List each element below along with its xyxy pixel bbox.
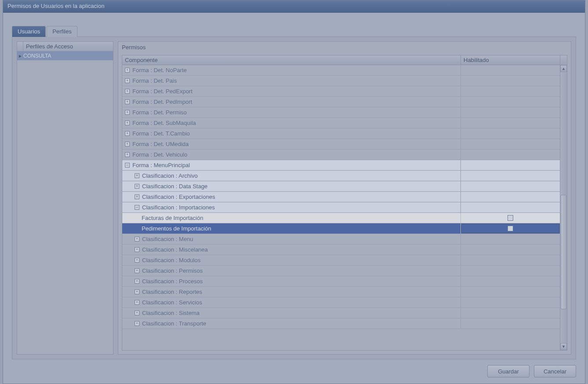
permissions-tree: +Forma : Det. NoParte +Forma : Det. Pais… xyxy=(122,65,560,350)
tree-row[interactable]: +Clasificacion : Miscelanea xyxy=(122,245,560,255)
permissions-columns: Componente Habilitado xyxy=(122,55,567,65)
tree-row[interactable]: +Clasificacion : Modulos xyxy=(122,255,560,266)
scroll-thumb[interactable] xyxy=(561,195,566,309)
tree-label: Clasificacion : Procesos xyxy=(142,278,203,285)
expand-icon[interactable]: + xyxy=(135,268,139,273)
row-indicator-icon: ▸ xyxy=(17,53,23,59)
expand-icon[interactable]: + xyxy=(125,121,130,125)
tree-row[interactable]: +Forma : Det. Vehiculo xyxy=(122,150,560,160)
tree-row[interactable]: +Clasificacion : Sistema xyxy=(122,308,560,318)
tree-row[interactable]: +Forma : Det. Permiso xyxy=(122,107,560,118)
checkbox-habilitado[interactable] xyxy=(508,215,513,221)
tree-row[interactable]: +Clasificacion : Procesos xyxy=(122,276,560,287)
tree-label: Forma : Det. SubMaquila xyxy=(132,120,196,126)
tree-row[interactable]: +Clasificacion : Exportaciones xyxy=(122,192,560,202)
tree-label: Clasificacion : Exportaciones xyxy=(142,194,215,200)
tree-label: Facturas de Importación xyxy=(142,215,203,221)
tree-row[interactable]: +Clasificacion : Transporte xyxy=(122,318,560,329)
profiles-grid: Perfiles de Acceso ▸ CONSULTA xyxy=(17,41,113,355)
tree-label: Forma : Det. T.Cambio xyxy=(132,130,190,137)
tab-perfiles[interactable]: Perfiles xyxy=(47,26,77,37)
dialog-buttons: Guardar Cancelar xyxy=(487,365,576,377)
tree-label: Forma : Det. Vehiculo xyxy=(132,151,187,158)
tree-label: Clasificacion : Permisos xyxy=(142,267,203,274)
tree-label: Clasificacion : Transporte xyxy=(142,320,206,327)
tree-label: Forma : Det. PedExport xyxy=(132,88,193,95)
tree-leaf-row-selected[interactable]: Pedimentos de Importación xyxy=(122,223,560,234)
permissions-title: Permisos xyxy=(118,42,571,54)
scroll-down-icon[interactable]: ▼ xyxy=(560,343,567,350)
tree-label: Clasificacion : Archivo xyxy=(142,172,197,179)
expand-icon[interactable]: + xyxy=(135,289,139,294)
tree-label: Clasificacion : Servicios xyxy=(142,299,202,306)
permissions-grid: Componente Habilitado +Forma : Det. NoPa… xyxy=(122,55,567,351)
expand-icon[interactable]: + xyxy=(125,68,130,73)
tree-row[interactable]: +Forma : Det. PedImport xyxy=(122,97,560,107)
expand-icon[interactable]: + xyxy=(135,247,139,252)
tree-row[interactable]: +Clasificacion : Archivo xyxy=(122,171,560,181)
expand-icon[interactable]: + xyxy=(135,184,139,189)
profiles-grid-header: Perfiles de Acceso xyxy=(17,42,113,51)
expand-icon[interactable]: + xyxy=(135,173,139,178)
tree-row[interactable]: +Forma : Det. SubMaquila xyxy=(122,118,560,128)
profile-row-label: CONSULTA xyxy=(23,53,51,59)
tree-label: Forma : Det. Permiso xyxy=(132,109,187,116)
expand-icon[interactable]: + xyxy=(125,89,130,94)
column-componente[interactable]: Componente xyxy=(122,55,461,65)
tree-row-expanded[interactable]: −Forma : MenuPrincipal xyxy=(122,160,560,171)
tree-label: Clasificacion : Reportes xyxy=(142,289,202,295)
tab-panel-perfiles: Perfiles de Acceso ▸ CONSULTA Permisos C… xyxy=(12,37,576,359)
tree-label: Forma : Det. PedImport xyxy=(132,99,192,105)
tree-row[interactable]: +Clasificacion : Data Stage xyxy=(122,181,560,192)
expand-icon[interactable]: + xyxy=(135,194,139,199)
tree-row[interactable]: +Forma : Det. NoParte xyxy=(122,65,560,76)
expand-icon[interactable]: + xyxy=(135,237,139,241)
collapse-icon[interactable]: − xyxy=(125,163,130,168)
tree-leaf-row[interactable]: Facturas de Importación xyxy=(122,213,560,223)
tree-row[interactable]: +Forma : Det. T.Cambio xyxy=(122,128,560,139)
permissions-panel: Permisos Componente Habilitado +Forma : … xyxy=(118,41,571,355)
expand-icon[interactable]: + xyxy=(125,131,130,136)
tree-label: Clasificacion : Importaciones xyxy=(142,204,215,211)
save-button[interactable]: Guardar xyxy=(487,365,530,377)
expand-icon[interactable]: + xyxy=(125,152,130,157)
expand-icon[interactable]: + xyxy=(125,110,130,115)
collapse-icon[interactable]: − xyxy=(135,205,139,210)
tree-label: Clasificacion : Miscelanea xyxy=(142,246,208,253)
tree-row[interactable]: +Clasificacion : Servicios xyxy=(122,297,560,308)
profiles-header-label[interactable]: Perfiles de Acceso xyxy=(23,43,113,50)
expand-icon[interactable]: + xyxy=(125,99,130,104)
expand-icon[interactable]: + xyxy=(125,142,130,146)
expand-icon[interactable]: + xyxy=(125,78,130,83)
tree-row[interactable]: +Forma : Det. PedExport xyxy=(122,86,560,97)
tree-label: Forma : MenuPrincipal xyxy=(132,162,190,168)
expand-icon[interactable]: + xyxy=(135,300,139,305)
tree-row-expanded[interactable]: −Clasificacion : Importaciones xyxy=(122,202,560,213)
expand-icon[interactable]: + xyxy=(135,321,139,326)
expand-icon[interactable]: + xyxy=(135,258,139,263)
cancel-button[interactable]: Cancelar xyxy=(534,365,576,377)
checkbox-habilitado[interactable] xyxy=(508,226,513,231)
vertical-scrollbar[interactable]: ▲ ▼ xyxy=(560,65,567,350)
dialog-window: Permisos de Usuarios en la aplicacion Us… xyxy=(3,0,585,384)
window-titlebar[interactable]: Permisos de Usuarios en la aplicacion xyxy=(3,0,585,13)
tree-label: Clasificacion : Data Stage xyxy=(142,183,208,190)
window-title: Permisos de Usuarios en la aplicacion xyxy=(7,3,104,9)
tree-row[interactable]: +Clasificacion : Reportes xyxy=(122,287,560,297)
scroll-up-icon[interactable]: ▲ xyxy=(560,65,567,72)
tab-strip: Usuarios Perfiles xyxy=(12,26,78,37)
tree-label: Clasificacion : Modulos xyxy=(142,257,201,263)
tree-row[interactable]: +Clasificacion : Menu xyxy=(122,234,560,245)
tree-row[interactable]: +Clasificacion : Permisos xyxy=(122,266,560,276)
tab-usuarios[interactable]: Usuarios xyxy=(12,26,46,37)
tree-label: Forma : Det. NoParte xyxy=(132,67,187,73)
tree-row[interactable]: +Forma : Det. UMedida xyxy=(122,139,560,150)
tree-label: Pedimentos de Importación xyxy=(142,225,211,232)
profile-row-consulta[interactable]: ▸ CONSULTA xyxy=(17,51,113,60)
tree-label: Clasificacion : Menu xyxy=(142,236,193,242)
tree-label: Forma : Det. UMedida xyxy=(132,141,189,147)
column-habilitado[interactable]: Habilitado xyxy=(461,55,560,65)
tree-row[interactable]: +Forma : Det. Pais xyxy=(122,76,560,86)
expand-icon[interactable]: + xyxy=(135,279,139,284)
expand-icon[interactable]: + xyxy=(135,311,139,315)
